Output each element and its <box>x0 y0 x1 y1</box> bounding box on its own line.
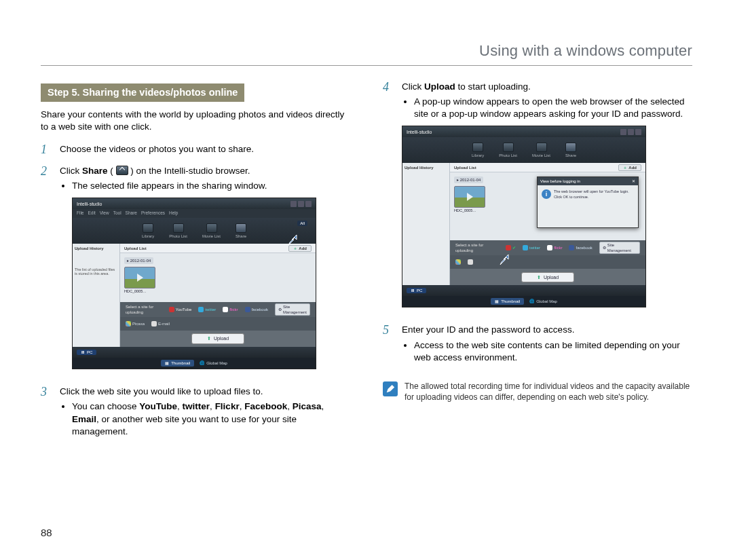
step-5: 5 Enter your ID and the password to acce… <box>383 324 692 369</box>
window-titlebar: Intelli-studio <box>402 126 645 137</box>
toolbar-photo-list[interactable]: Photo List <box>499 143 517 158</box>
popup-close-button[interactable]: ✕ <box>632 179 635 184</box>
upload-button[interactable]: ⬆Upload <box>521 272 574 282</box>
bullet-list: Access to the web site contents can be l… <box>402 339 692 364</box>
device-bar: 🖥 PC <box>402 285 645 296</box>
upload-list-body: ▸ 2012-01-04 HDC_0005… View before loggi… <box>450 172 645 240</box>
title-rule <box>41 65 692 66</box>
sites-row-2 <box>450 255 645 269</box>
site-youtube[interactable]: ✔ <box>506 245 516 250</box>
mode-toolbar: Library Photo List Movie List Share All <box>73 218 316 244</box>
step-text: Enter your ID and the password to access… <box>402 324 692 336</box>
site-management-button[interactable]: ⚙Site Management <box>599 242 640 254</box>
text-fragment: Click <box>60 166 82 176</box>
window-max-button[interactable] <box>628 129 634 135</box>
toolbar-label: Movie List <box>202 234 221 239</box>
date-value: 2012-01-04 <box>130 259 151 263</box>
step-text: Click Upload to start uploading. <box>402 81 692 93</box>
upload-list-header: Upload List ＋Add <box>450 163 645 172</box>
section-heading: Step 5. Sharing the videos/photos online <box>41 83 244 102</box>
site-label: flickr <box>229 307 238 312</box>
site-label: twitter <box>205 307 216 312</box>
window-close-button[interactable] <box>305 201 312 207</box>
callout-arrow-icon <box>286 233 299 246</box>
note-pencil-icon <box>383 381 398 396</box>
toolbar-photo-list[interactable]: Photo List <box>169 223 187 239</box>
window-min-button[interactable] <box>620 129 626 135</box>
text-fragment: , or another web site you want to use fo… <box>72 414 297 436</box>
sites-row: Select a site for uploading ✔ twitter fl… <box>450 240 645 255</box>
site-picasa[interactable]: Picasa <box>126 321 145 326</box>
window-min-button[interactable] <box>290 201 297 207</box>
sites-row-label: Select a site for uploading <box>455 242 499 253</box>
menu-item[interactable]: File <box>77 210 83 217</box>
date-group-label: ▸ 2012-01-04 <box>124 257 153 264</box>
step-number: 2 <box>41 165 50 379</box>
global-map-tab[interactable]: 🌐 Global Map <box>529 299 557 304</box>
add-button[interactable]: ＋Add <box>618 164 641 171</box>
pc-badge[interactable]: 🖥 PC <box>77 350 96 355</box>
window-max-button[interactable] <box>298 201 304 207</box>
toolbar-share[interactable]: Share <box>236 223 246 239</box>
pc-badge[interactable]: 🖥 PC <box>407 288 426 293</box>
toolbar-share[interactable]: Share <box>565 143 576 158</box>
site-email[interactable] <box>468 259 473 265</box>
site-label: E-mail <box>158 321 170 326</box>
menu-item[interactable]: Share <box>126 210 137 217</box>
two-column-layout: Step 5. Sharing the videos/photos online… <box>41 81 692 450</box>
step-number: 3 <box>41 386 50 443</box>
site-label: flickr <box>554 245 562 250</box>
status-bar: ▦ Thumbnail 🌐 Global Map <box>73 358 316 369</box>
thumbnail-tab[interactable]: ▦ Thumbnail <box>161 360 194 367</box>
page-number: 88 <box>41 526 52 540</box>
list-title-label: Upload List <box>124 246 147 251</box>
text-fragment: to start uploading. <box>455 81 531 92</box>
view-all-pill[interactable]: All <box>297 221 307 226</box>
menu-item[interactable]: Help <box>169 210 178 217</box>
site-flickr[interactable]: flickr <box>223 307 238 312</box>
bullet-list: You can choose YouTube, twitter, Flickr,… <box>60 400 350 438</box>
video-thumbnail[interactable] <box>124 267 155 288</box>
site-email[interactable]: E-mail <box>151 321 170 326</box>
menu-item[interactable]: Preferences <box>141 210 165 217</box>
video-thumbnail[interactable] <box>454 186 485 208</box>
menu-item[interactable]: Tool <box>113 210 121 217</box>
upload-button[interactable]: ⬆Upload <box>191 333 244 343</box>
step-text: Click the web site you would like to upl… <box>60 386 350 398</box>
tab-label: Global Map <box>536 299 557 304</box>
site-twitter[interactable]: twitter <box>523 245 540 250</box>
toolbar-movie-list[interactable]: Movie List <box>202 223 221 239</box>
bullet-list: The selected file appears in the sharing… <box>60 180 350 192</box>
step-3: 3 Click the web site you would like to u… <box>41 386 350 443</box>
window-titlebar: Intelli-studio <box>73 198 316 209</box>
bullet-item: A pop-up window appears to open the web … <box>414 96 692 120</box>
site-facebook[interactable]: facebook <box>245 307 268 312</box>
site-facebook[interactable]: facebook <box>569 245 592 250</box>
thumbnail-tab[interactable]: ▦ Thumbnail <box>491 298 524 305</box>
toolbar-library[interactable]: Library <box>142 223 154 239</box>
sites-row: Select a site for uploading YouTube twit… <box>120 302 316 317</box>
add-button-label: Add <box>299 246 307 251</box>
toolbar-library[interactable]: Library <box>472 143 484 158</box>
sites-row-2: Picasa E-mail <box>120 317 316 331</box>
screenshot-intelli-studio-share: Intelli-studio File Edit View Tool Share <box>72 198 316 369</box>
menu-item[interactable]: Edit <box>88 210 95 217</box>
menu-item[interactable]: View <box>100 210 109 217</box>
site-twitter[interactable]: twitter <box>198 307 216 312</box>
share-icon <box>116 166 128 175</box>
site-picasa[interactable] <box>455 259 461 265</box>
global-map-tab[interactable]: 🌐 Global Map <box>200 360 227 366</box>
upload-button-label: Upload <box>214 335 229 341</box>
toolbar-movie-list[interactable]: Movie List <box>532 143 550 158</box>
step-4: 4 Click Upload to start uploading. A pop… <box>383 81 692 318</box>
site-label: twitter <box>529 245 540 250</box>
window-close-button[interactable] <box>635 129 641 135</box>
device-bar: 🖥 PC <box>73 347 316 358</box>
date-value: 2012-01-04 <box>460 178 481 182</box>
site-youtube[interactable]: YouTube <box>169 307 192 312</box>
list-title-label: Upload List <box>454 165 476 170</box>
upload-button-label: Upload <box>544 274 559 280</box>
site-management-button[interactable]: ⚙Site Management <box>275 303 310 316</box>
site-flickr[interactable]: flickr <box>547 245 562 250</box>
step-2: 2 Click Share ( ) on the Intelli-studio … <box>41 165 350 379</box>
